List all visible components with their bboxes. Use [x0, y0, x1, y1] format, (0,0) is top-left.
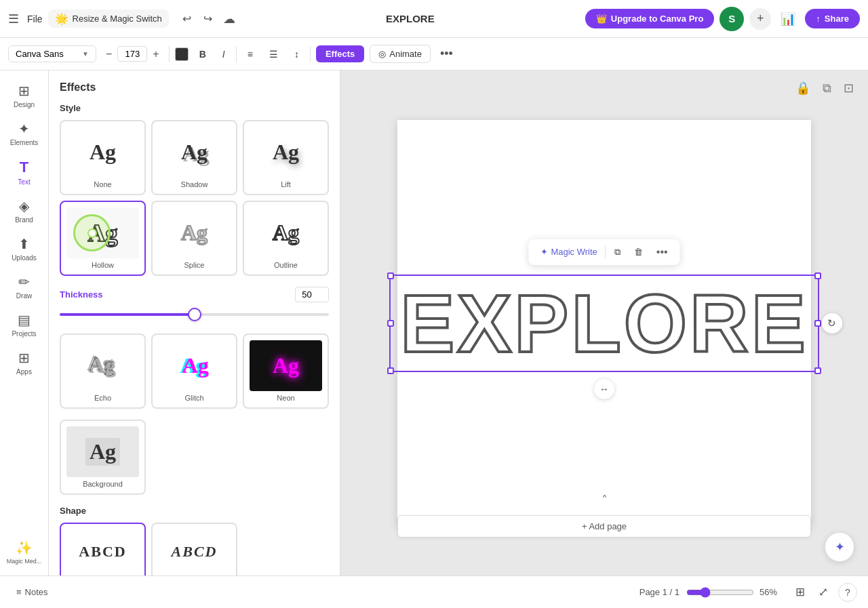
thickness-value-input[interactable]: [295, 287, 329, 302]
style-echo[interactable]: Ag Echo: [60, 333, 146, 409]
style-none-preview: Ag: [66, 127, 139, 178]
italic-button[interactable]: I: [217, 45, 231, 63]
document-title[interactable]: EXPLORE: [241, 13, 580, 24]
sidebar-item-elements[interactable]: ✦ Elements: [0, 114, 48, 152]
style-lift-ag: Ag: [273, 140, 299, 165]
file-menu[interactable]: File: [27, 14, 43, 24]
sidebar-label-brand: Brand: [15, 216, 33, 224]
resize-handle-bottom[interactable]: ↔: [594, 379, 614, 399]
analytics-icon[interactable]: 📊: [776, 7, 800, 31]
brand-sidebar-icon: ◈: [19, 198, 29, 214]
shape-section: Shape ABCD ABCD: [60, 506, 329, 575]
avatar[interactable]: S: [719, 7, 744, 31]
share-button[interactable]: ↑ Share: [805, 9, 860, 28]
canvas-top-icons: 🔒 ⧉ ⊡: [792, 77, 857, 99]
canvas-wrapper: ✦ Magic Write ⧉ 🗑 ••• EXPLORE: [397, 120, 811, 527]
thickness-title: Thickness: [60, 289, 103, 300]
sidebar-item-brand[interactable]: ◈ Brand: [0, 191, 48, 229]
selection-handle-bl[interactable]: [387, 367, 394, 374]
magic-assistant-button[interactable]: ✦: [825, 532, 854, 562]
text-color-picker[interactable]: [175, 47, 189, 61]
thickness-thumb[interactable]: [188, 308, 201, 321]
grid-view-button[interactable]: ⊞: [792, 582, 808, 603]
style-glitch[interactable]: Ag Glitch: [151, 333, 237, 409]
undo-button[interactable]: ↩: [177, 8, 197, 29]
font-size-decrease[interactable]: −: [102, 47, 116, 62]
sidebar-item-text[interactable]: T Text: [0, 152, 48, 191]
selection-handle-tr[interactable]: [814, 272, 821, 279]
style-splice-label: Splice: [184, 261, 205, 269]
position-icon[interactable]: ⊡: [840, 77, 857, 99]
style-splice-preview: Ag: [158, 207, 231, 258]
selection-handle-tl[interactable]: [387, 272, 394, 279]
font-size-input[interactable]: [117, 46, 147, 62]
text-align-button[interactable]: ≡: [242, 45, 258, 63]
rotation-handle[interactable]: ↻: [822, 313, 842, 333]
share-icon: ↑: [816, 14, 821, 24]
explore-text: EXPLORE: [400, 283, 808, 364]
style-hollow[interactable]: Ag Hollow: [60, 201, 146, 276]
menu-icon[interactable]: ☰: [8, 12, 19, 26]
shape-italic[interactable]: ABCD: [151, 523, 237, 575]
style-neon[interactable]: Ag Neon: [243, 333, 329, 409]
style-glitch-preview: Ag: [158, 340, 231, 391]
font-size-increase[interactable]: +: [149, 47, 163, 62]
style-none[interactable]: Ag None: [60, 120, 146, 195]
selection-handle-ml[interactable]: [387, 320, 394, 327]
magic-write-button[interactable]: ✦ Magic Write: [535, 244, 602, 260]
animate-icon: ◎: [378, 49, 386, 59]
toolbar-separator-3: [310, 46, 311, 62]
redo-button[interactable]: ↪: [198, 8, 218, 29]
shape-normal[interactable]: ABCD: [60, 523, 146, 575]
selection-handle-mr[interactable]: [814, 320, 821, 327]
shape-normal-text: ABCD: [79, 543, 126, 561]
magic-write-label: Magic Write: [551, 247, 597, 257]
line-spacing-button[interactable]: ↕: [289, 45, 304, 63]
notes-button[interactable]: ≡ Notes: [11, 584, 54, 601]
style-splice[interactable]: Ag Splice: [151, 201, 237, 276]
style-background[interactable]: Ag Background: [60, 420, 146, 495]
add-button[interactable]: +: [749, 8, 771, 30]
sidebar-item-apps[interactable]: ⊞ Apps: [0, 343, 48, 381]
cloud-save-icon[interactable]: ☁: [223, 12, 235, 26]
bold-button[interactable]: B: [194, 45, 212, 63]
floating-more-button[interactable]: •••: [651, 243, 673, 261]
style-glitch-ag: Ag: [181, 353, 208, 378]
show-pages-arrow[interactable]: ˄: [601, 493, 608, 508]
sidebar-item-projects[interactable]: ▤ Projects: [0, 305, 48, 343]
add-page-button[interactable]: + Add page: [397, 515, 811, 538]
style-lift[interactable]: Ag Lift: [243, 120, 329, 195]
style-outline[interactable]: Ag Outline: [243, 201, 329, 276]
sidebar-item-uploads[interactable]: ⬆ Uploads: [0, 229, 48, 267]
lock-icon[interactable]: 🔒: [792, 77, 814, 99]
style-shadow-label: Shadow: [181, 180, 208, 188]
help-button[interactable]: ?: [838, 583, 857, 602]
style-shadow[interactable]: Ag Shadow: [151, 120, 237, 195]
font-selector[interactable]: Canva Sans ▼: [8, 45, 96, 62]
zoom-slider[interactable]: [686, 587, 754, 598]
explore-text-container[interactable]: EXPLORE ↻ ↔: [389, 275, 818, 372]
floating-toolbar: ✦ Magic Write ⧉ 🗑 •••: [528, 239, 679, 265]
sidebar-item-draw[interactable]: ✏ Draw: [0, 267, 48, 305]
animate-button[interactable]: ◎ Animate: [370, 45, 431, 63]
sidebar-label-uploads: Uploads: [12, 254, 37, 262]
share-label: Share: [825, 14, 849, 24]
list-button[interactable]: ☰: [264, 45, 283, 63]
upgrade-button[interactable]: 👑 Upgrade to Canva Pro: [585, 9, 715, 28]
effects-button[interactable]: Effects: [316, 45, 364, 62]
sidebar-item-design[interactable]: ⊞ Design: [0, 76, 48, 114]
shape-italic-preview: ABCD: [158, 529, 231, 573]
panel-title: Effects: [60, 81, 329, 94]
selection-handle-br[interactable]: [814, 367, 821, 374]
floating-copy-button[interactable]: ⧉: [609, 244, 626, 260]
more-options-button[interactable]: •••: [436, 44, 457, 64]
sidebar-item-magic-media[interactable]: ✨ Magic Med...: [0, 533, 48, 570]
font-size-control: − +: [102, 46, 163, 62]
sidebar-label-apps: Apps: [16, 368, 32, 376]
toolbar-separator-1: [169, 46, 170, 62]
brand-button[interactable]: 🌟 Resize & Magic Switch: [48, 9, 169, 28]
fullscreen-button[interactable]: ⤢: [815, 582, 831, 603]
text-icon: T: [20, 159, 28, 176]
copy-icon[interactable]: ⧉: [819, 78, 835, 99]
floating-delete-button[interactable]: 🗑: [629, 244, 648, 260]
